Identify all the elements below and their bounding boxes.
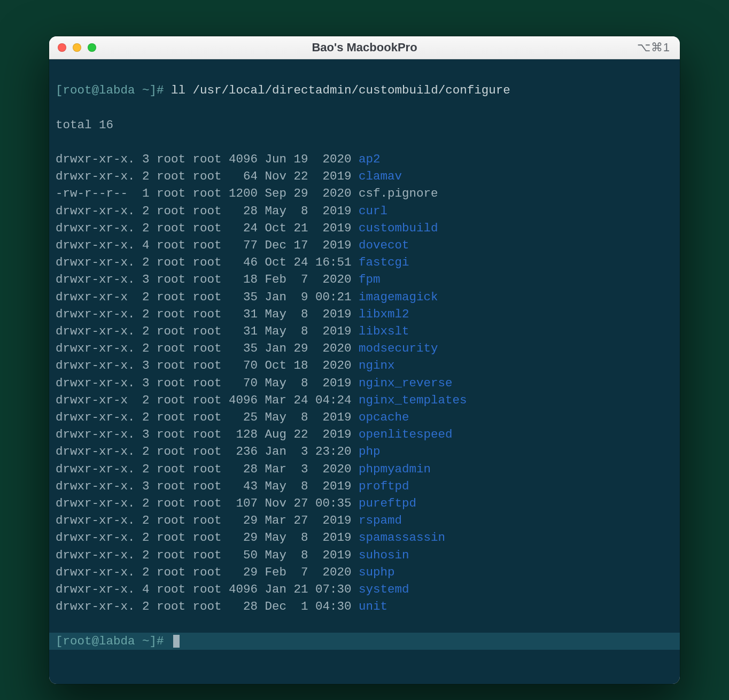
file-name: suhosin	[359, 548, 409, 562]
file-name: imagemagick	[359, 290, 438, 304]
terminal-body[interactable]: [root@labda ~]# ll /usr/local/directadmi…	[49, 59, 680, 684]
minimize-icon[interactable]	[73, 43, 81, 52]
list-row: drwxr-xr-x. 3 root root 128 Aug 22 2019 …	[56, 426, 673, 443]
file-name: pureftpd	[359, 496, 416, 510]
file-name: clamav	[359, 169, 402, 183]
file-name: nginx_templates	[359, 393, 467, 407]
cursor-icon	[173, 635, 180, 648]
list-row: drwxr-xr-x. 3 root root 70 May 8 2019 ng…	[56, 375, 673, 392]
list-row: drwxr-xr-x. 2 root root 29 May 8 2019 sp…	[56, 529, 673, 546]
maximize-icon[interactable]	[88, 43, 96, 52]
list-row: drwxr-xr-x 2 root root 35 Jan 9 00:21 im…	[56, 289, 673, 306]
shortcut-label: ⌥⌘1	[637, 41, 670, 55]
command-text: ll /usr/local/directadmin/custombuild/co…	[171, 83, 510, 97]
list-row: drwxr-xr-x. 2 root root 29 Feb 7 2020 su…	[56, 564, 673, 581]
traffic-lights	[58, 43, 96, 52]
list-row: -rw-r--r-- 1 root root 1200 Sep 29 2020 …	[56, 185, 673, 202]
file-name: fastcgi	[359, 255, 409, 269]
list-row: drwxr-xr-x. 3 root root 4096 Jun 19 2020…	[56, 151, 673, 168]
file-name: php	[359, 445, 381, 458]
file-name: spamassassin	[359, 531, 445, 545]
listing-rows: drwxr-xr-x. 3 root root 4096 Jun 19 2020…	[56, 151, 673, 615]
file-name: dovecot	[359, 238, 409, 252]
file-name: suphp	[359, 565, 395, 579]
list-row: drwxr-xr-x. 2 root root 24 Oct 21 2019 c…	[56, 220, 673, 237]
window-title: Bao's MacbookPro	[49, 41, 680, 55]
file-name: curl	[359, 204, 387, 218]
list-row: drwxr-xr-x. 2 root root 28 Mar 3 2020 ph…	[56, 461, 673, 478]
list-row: drwxr-xr-x. 2 root root 35 Jan 29 2020 m…	[56, 340, 673, 357]
list-row: drwxr-xr-x. 2 root root 28 May 8 2019 cu…	[56, 203, 673, 220]
list-row: drwxr-xr-x. 3 root root 70 Oct 18 2020 n…	[56, 357, 673, 374]
list-row: drwxr-xr-x. 2 root root 107 Nov 27 00:35…	[56, 495, 673, 512]
file-name: nginx_reverse	[359, 376, 453, 390]
terminal-window: Bao's MacbookPro ⌥⌘1 [root@labda ~]# ll …	[49, 36, 680, 684]
list-row: drwxr-xr-x. 2 root root 236 Jan 3 23:20 …	[56, 443, 673, 460]
list-row: drwxr-xr-x. 3 root root 18 Feb 7 2020 fp…	[56, 271, 673, 288]
file-name: phpmyadmin	[359, 462, 431, 476]
list-row: drwxr-xr-x. 2 root root 25 May 8 2019 op…	[56, 409, 673, 426]
list-row: drwxr-xr-x 2 root root 4096 Mar 24 04:24…	[56, 392, 673, 409]
close-icon[interactable]	[58, 43, 66, 52]
prompt-prefix: [root@labda ~]#	[56, 83, 171, 97]
file-name: ap2	[359, 152, 381, 166]
list-row: drwxr-xr-x. 4 root root 4096 Jan 21 07:3…	[56, 581, 673, 598]
file-name: openlitespeed	[359, 427, 453, 441]
file-name: rspamd	[359, 514, 402, 527]
total-line: total 16	[56, 116, 673, 134]
file-name: proftpd	[359, 479, 409, 493]
file-name: nginx	[359, 359, 395, 372]
file-name: opcache	[359, 410, 409, 424]
list-row: drwxr-xr-x. 2 root root 28 Dec 1 04:30 u…	[56, 598, 673, 615]
list-row: drwxr-xr-x. 2 root root 29 Mar 27 2019 r…	[56, 512, 673, 529]
file-name: custombuild	[359, 221, 438, 235]
list-row: drwxr-xr-x. 4 root root 77 Dec 17 2019 d…	[56, 237, 673, 254]
file-name: libxslt	[359, 324, 409, 338]
file-name: unit	[359, 600, 387, 613]
file-name: csf.pignore	[359, 186, 438, 200]
command-line: [root@labda ~]# ll /usr/local/directadmi…	[56, 82, 673, 99]
file-name: fpm	[359, 273, 381, 286]
list-row: drwxr-xr-x. 2 root root 50 May 8 2019 su…	[56, 547, 673, 564]
list-row: drwxr-xr-x. 3 root root 43 May 8 2019 pr…	[56, 478, 673, 495]
list-row: drwxr-xr-x. 2 root root 64 Nov 22 2019 c…	[56, 168, 673, 185]
list-row: drwxr-xr-x. 2 root root 46 Oct 24 16:51 …	[56, 254, 673, 271]
file-name: modsecurity	[359, 341, 438, 355]
list-row: drwxr-xr-x. 2 root root 31 May 8 2019 li…	[56, 306, 673, 323]
file-name: systemd	[359, 582, 409, 596]
file-name: libxml2	[359, 307, 409, 321]
prompt-line[interactable]: [root@labda ~]#	[49, 633, 680, 650]
titlebar[interactable]: Bao's MacbookPro ⌥⌘1	[49, 36, 680, 59]
prompt-prefix: [root@labda ~]#	[56, 633, 171, 650]
list-row: drwxr-xr-x. 2 root root 31 May 8 2019 li…	[56, 323, 673, 340]
